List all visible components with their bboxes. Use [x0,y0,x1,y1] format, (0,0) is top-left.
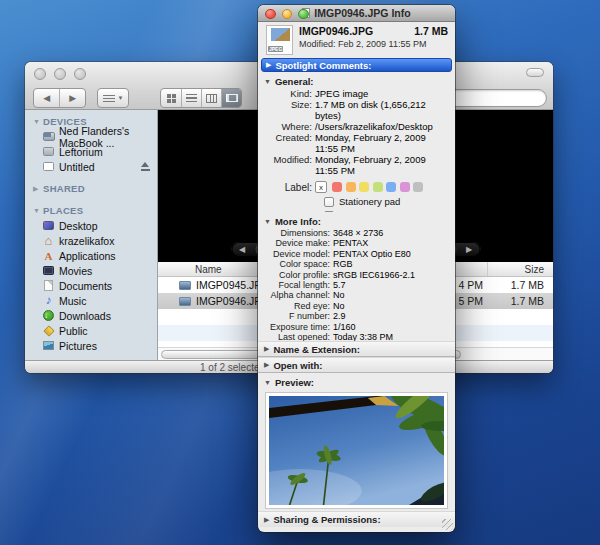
general-header[interactable]: ▼ General: [264,75,449,88]
applications-icon: A [42,250,55,261]
jpeg-file-icon [179,297,191,306]
disclosure-triangle-icon[interactable]: ▼ [264,218,271,225]
toolbar-toggle-button[interactable] [526,68,544,77]
section-preview: ▼ Preview: [258,373,455,389]
section-label: General: [275,76,314,87]
label-none-button[interactable]: x [315,181,327,193]
sidebar-item-label: Pictures [59,340,97,352]
sidebar-section-places[interactable]: ▼ PLACES [25,202,157,218]
info-label: Exposure time: [264,322,330,332]
search-input[interactable] [443,89,547,107]
label-caption: Label: [264,182,312,193]
info-label: Last opened: [264,332,330,341]
sidebar-item-desktop[interactable]: Desktop [25,218,157,233]
back-forward-control: ◀ ▶ [33,88,86,108]
resize-grip[interactable] [442,519,453,530]
info-value: Today 3:38 PM [330,332,449,341]
info-value: 1.7 MB on disk (1,656,212 bytes) [312,99,449,121]
label-red-swatch[interactable] [332,182,342,192]
info-titlebar[interactable]: IMGP0946.JPG Info [258,5,455,22]
movies-icon [43,266,54,275]
sidebar-item-label: Applications [59,250,116,262]
list-view-icon [186,94,197,103]
stationery-pad-checkbox[interactable] [324,197,334,207]
sidebar-item-movies[interactable]: Movies [25,263,157,278]
section-sharing-permissions[interactable]: ▶ Sharing & Permissions: [258,511,455,527]
get-info-window[interactable]: IMGP0946.JPG Info JPEG IMGP0946.JPG 1.7 … [258,5,455,532]
pictures-icon [43,341,54,350]
section-label: PLACES [43,205,83,216]
list-view-button[interactable] [181,89,201,107]
sidebar-item-documents[interactable]: Documents [25,278,157,293]
info-value: 5.7 [330,280,449,290]
preview-header[interactable]: ▼ Preview: [264,376,449,389]
close-button[interactable] [265,9,276,20]
sidebar-item-public[interactable]: Public [25,323,157,338]
label-orange-swatch[interactable] [346,182,356,192]
section-label: More Info: [275,216,321,227]
disclosure-triangle-icon[interactable]: ▶ [33,185,43,193]
forward-button[interactable]: ▶ [59,89,85,107]
sidebar-item-label: krazelikafox [59,235,114,247]
sidebar-item-macbook[interactable]: Ned Flanders's MacBook ... [25,129,157,144]
preview-photo [269,396,444,505]
info-value: No [330,301,449,311]
disclosure-triangle-icon[interactable]: ▼ [264,78,271,85]
info-value: No [330,290,449,300]
disclosure-triangle-icon[interactable]: ▶ [264,361,269,369]
coverflow-view-button[interactable] [221,89,241,107]
label-purple-swatch[interactable] [400,182,410,192]
section-name-extension[interactable]: ▶ Name & Extension: [258,341,455,357]
removable-disk-icon [43,162,54,171]
info-label: Modified: [264,154,312,176]
label-gray-swatch[interactable] [413,182,423,192]
sidebar-item-music[interactable]: ♪ Music [25,293,157,308]
section-label: Spotlight Comments: [275,60,371,71]
info-label: Where: [264,121,312,132]
info-value: /Users/krazelikafox/Desktop [312,121,449,132]
disclosure-triangle-icon[interactable]: ▼ [264,379,271,386]
sidebar-item-label: Desktop [59,220,98,232]
section-open-with[interactable]: ▶ Open with: [258,357,455,373]
zoom-button[interactable] [298,9,309,20]
disclosure-triangle-icon[interactable]: ▶ [266,61,271,69]
disclosure-triangle-icon[interactable]: ▼ [33,207,43,214]
close-button[interactable] [34,68,46,80]
label-yellow-swatch[interactable] [359,182,369,192]
label-blue-swatch[interactable] [386,182,396,192]
checkbox-label: Locked [339,210,370,212]
icon-view-icon [167,94,176,103]
arrange-menu-button[interactable]: ▼ [97,88,129,108]
zoom-button[interactable] [74,68,86,80]
desktop-icon [43,221,54,230]
jpeg-preview-icon: JPEG [266,25,293,55]
section-spotlight-comments[interactable]: ▶ Spotlight Comments: [261,58,452,72]
scrub-right-button[interactable]: ▶ [458,245,480,254]
icon-view-button[interactable] [161,89,181,107]
info-label: Kind: [264,88,312,99]
minimize-button[interactable] [54,68,66,80]
sidebar-item-applications[interactable]: A Applications [25,248,157,263]
modified-summary: Modified: Feb 2, 2009 11:55 PM [299,39,448,49]
sidebar-item-home[interactable]: ⌂ krazelikafox [25,233,157,248]
sidebar-item-label: Untitled [59,161,95,173]
label-green-swatch[interactable] [373,182,383,192]
scrub-left-button[interactable]: ◀ [231,245,253,254]
eject-button[interactable] [140,162,151,171]
sidebar-item-pictures[interactable]: Pictures [25,338,157,353]
disclosure-triangle-icon[interactable]: ▼ [33,118,43,125]
info-label: Alpha channel: [264,290,330,300]
locked-checkbox[interactable] [324,211,334,213]
music-icon: ♪ [42,295,55,306]
column-header-size[interactable]: Size [487,262,553,276]
sidebar-item-untitled[interactable]: Untitled [25,159,157,174]
disclosure-triangle-icon[interactable]: ▶ [264,516,269,524]
disclosure-triangle-icon[interactable]: ▶ [264,345,269,353]
minimize-button[interactable] [282,9,293,20]
back-button[interactable]: ◀ [34,89,59,107]
sidebar-item-label: Leftorium [59,146,103,158]
more-info-header[interactable]: ▼ More Info: [264,215,449,228]
sidebar-item-downloads[interactable]: ↓ Downloads [25,308,157,323]
sidebar-section-shared[interactable]: ▶ SHARED [25,180,157,196]
column-view-button[interactable] [201,89,221,107]
